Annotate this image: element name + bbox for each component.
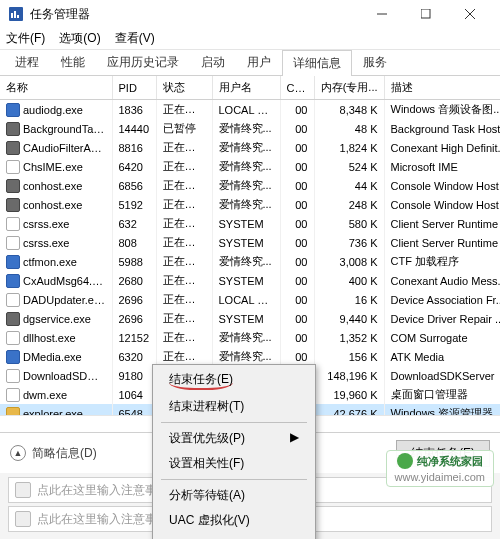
minimize-button[interactable] bbox=[360, 0, 404, 28]
process-icon bbox=[6, 312, 20, 326]
table-row[interactable]: audiodg.exe1836正在运行LOCAL SE...008,348 KW… bbox=[0, 100, 500, 120]
tab-5[interactable]: 详细信息 bbox=[282, 50, 352, 76]
svg-rect-5 bbox=[421, 9, 430, 18]
menubar: 文件(F) 选项(O) 查看(V) bbox=[0, 28, 500, 50]
menu-file[interactable]: 文件(F) bbox=[6, 30, 45, 47]
watermark-brand: 纯净系统家园 bbox=[417, 455, 483, 468]
table-row[interactable]: csrss.exe632正在运行SYSTEM00580 KClient Serv… bbox=[0, 214, 500, 233]
tab-2[interactable]: 应用历史记录 bbox=[96, 49, 190, 75]
col-status[interactable]: 状态 bbox=[156, 76, 212, 100]
menu-view[interactable]: 查看(V) bbox=[115, 30, 155, 47]
process-icon bbox=[6, 369, 20, 383]
table-row[interactable]: ChsIME.exe6420正在运行爱情终究...00524 KMicrosof… bbox=[0, 157, 500, 176]
separator bbox=[161, 422, 307, 423]
logo-icon bbox=[397, 453, 413, 469]
table-row[interactable]: DADUpdater.exe2696正在运行LOCAL SE...0016 KD… bbox=[0, 290, 500, 309]
ctx-set-priority[interactable]: 设置优先级(P)▶ bbox=[155, 426, 313, 451]
tab-0[interactable]: 进程 bbox=[4, 49, 50, 75]
col-user[interactable]: 用户名 bbox=[212, 76, 280, 100]
svg-rect-3 bbox=[17, 15, 19, 18]
col-desc[interactable]: 描述 bbox=[384, 76, 500, 100]
process-icon bbox=[6, 160, 20, 174]
table-row[interactable]: conhost.exe5192正在运行爱情终究...00248 KConsole… bbox=[0, 195, 500, 214]
process-icon bbox=[6, 388, 20, 402]
table-row[interactable]: CAudioFilterAgent...8816正在运行爱情终究...001,8… bbox=[0, 138, 500, 157]
chevron-up-icon: ▲ bbox=[10, 445, 26, 461]
fewer-details-link[interactable]: ▲ 简略信息(D) bbox=[10, 445, 97, 462]
minimize-icon bbox=[377, 9, 387, 19]
col-cpu[interactable]: CPU bbox=[280, 76, 314, 100]
process-icon bbox=[6, 350, 20, 364]
process-icon bbox=[6, 103, 20, 117]
maximize-icon bbox=[421, 9, 431, 19]
process-icon bbox=[6, 255, 20, 269]
process-icon bbox=[6, 217, 20, 231]
ctx-set-affinity[interactable]: 设置相关性(F) bbox=[155, 451, 313, 476]
fewer-details-label: 简略信息(D) bbox=[32, 445, 97, 462]
process-icon bbox=[6, 236, 20, 250]
ctx-analyze-wait[interactable]: 分析等待链(A) bbox=[155, 483, 313, 508]
table-row[interactable]: csrss.exe808正在运行SYSTEM00736 KClient Serv… bbox=[0, 233, 500, 252]
col-mem[interactable]: 内存(专用... bbox=[314, 76, 384, 100]
svg-rect-2 bbox=[14, 11, 16, 18]
process-icon bbox=[6, 293, 20, 307]
search-placeholder: 点此在这里输入注意事项 bbox=[37, 482, 169, 499]
ctx-create-dump[interactable]: 创建转储文件(C) bbox=[155, 533, 313, 539]
col-name[interactable]: 名称 bbox=[0, 76, 112, 100]
table-row[interactable]: dllhost.exe12152正在运行爱情终究...001,352 KCOM … bbox=[0, 328, 500, 347]
tab-3[interactable]: 启动 bbox=[190, 49, 236, 75]
tab-6[interactable]: 服务 bbox=[352, 49, 398, 75]
process-icon bbox=[6, 179, 20, 193]
window-title: 任务管理器 bbox=[30, 6, 360, 23]
titlebar: 任务管理器 bbox=[0, 0, 500, 28]
maximize-button[interactable] bbox=[404, 0, 448, 28]
menu-options[interactable]: 选项(O) bbox=[59, 30, 100, 47]
tab-4[interactable]: 用户 bbox=[236, 49, 282, 75]
close-button[interactable] bbox=[448, 0, 492, 28]
table-row[interactable]: ctfmon.exe5988正在运行爱情终究...003,008 KCTF 加载… bbox=[0, 252, 500, 271]
search-placeholder: 点此在这里输入注意事项 bbox=[37, 511, 169, 528]
watermark: 纯净系统家园 www.yidaimei.com bbox=[386, 450, 494, 487]
separator bbox=[161, 479, 307, 480]
ctx-end-tree[interactable]: 结束进程树(T) bbox=[155, 394, 313, 419]
app-icon bbox=[15, 511, 31, 527]
svg-rect-1 bbox=[11, 13, 13, 18]
table-row[interactable]: dgservice.exe2696正在运行SYSTEM009,440 KDevi… bbox=[0, 309, 500, 328]
ctx-uac-virt[interactable]: UAC 虚拟化(V) bbox=[155, 508, 313, 533]
ctx-end-task[interactable]: 结束任务(E) bbox=[155, 367, 313, 394]
process-icon bbox=[6, 331, 20, 345]
app-icon bbox=[15, 482, 31, 498]
watermark-url: www.yidaimei.com bbox=[395, 471, 485, 484]
process-icon bbox=[6, 141, 20, 155]
process-icon bbox=[6, 198, 20, 212]
tab-1[interactable]: 性能 bbox=[50, 49, 96, 75]
process-icon bbox=[6, 274, 20, 288]
col-pid[interactable]: PID bbox=[112, 76, 156, 100]
process-icon bbox=[6, 407, 20, 417]
process-icon bbox=[6, 122, 20, 136]
taskmgr-icon bbox=[8, 6, 24, 22]
table-row[interactable]: CxAudMsg64.exe2680正在运行SYSTEM00400 KConex… bbox=[0, 271, 500, 290]
tab-bar: 进程性能应用历史记录启动用户详细信息服务 bbox=[0, 50, 500, 76]
close-icon bbox=[465, 9, 475, 19]
table-row[interactable]: BackgroundTaskH...14440已暂停爱情终究...0048 KB… bbox=[0, 119, 500, 138]
table-row[interactable]: conhost.exe6856正在运行爱情终究...0044 KConsole … bbox=[0, 176, 500, 195]
context-menu: 结束任务(E) 结束进程树(T) 设置优先级(P)▶ 设置相关性(F) 分析等待… bbox=[152, 364, 316, 539]
